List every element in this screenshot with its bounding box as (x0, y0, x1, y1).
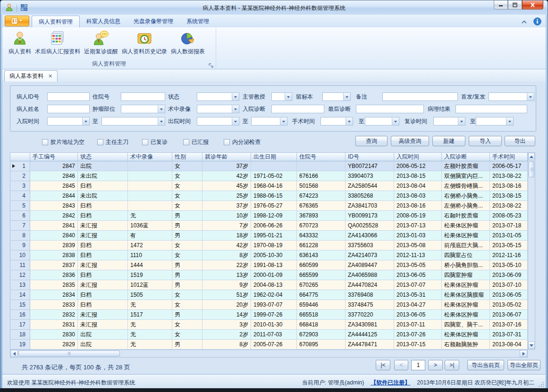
dropdown-arrow-icon[interactable] (527, 93, 534, 100)
row-number[interactable]: 5 (10, 201, 30, 211)
column-header-admission-no[interactable]: 住院号 (297, 152, 346, 161)
last-page-button[interactable]: >| (445, 360, 459, 370)
column-header-visit-age[interactable]: 就诊年龄 (202, 152, 251, 161)
ribbon-item-5[interactable]: 病人数据报表 (169, 28, 207, 57)
next-page-button[interactable]: > (428, 360, 443, 370)
close-button[interactable] (522, 0, 543, 9)
row-number[interactable]: 19 (10, 340, 30, 350)
table-row[interactable]: 172831未汇报无女3岁2010-01-30668418ZA343098120… (10, 320, 528, 330)
row-number[interactable]: 6 (10, 211, 30, 221)
table-row[interactable]: 52843归档女37岁1976-05-27676365ZA38417032013… (10, 201, 528, 211)
export-current-page-button[interactable]: 导出当前页 (467, 360, 504, 370)
checkbox-chief-surgeon[interactable]: 主任主刀 (97, 139, 128, 145)
search-field-professor[interactable] (271, 92, 292, 101)
column-header-admission-diagnosis[interactable]: 入院诊断 (442, 152, 490, 161)
tab-close-icon[interactable]: ✕ (48, 73, 52, 79)
info-icon[interactable] (533, 17, 541, 27)
app-menu-button[interactable] (5, 16, 29, 26)
search-field-revisit-date-to[interactable] (476, 117, 514, 125)
search-field-pathology-result[interactable] (455, 105, 527, 113)
scroll-down-icon[interactable] (528, 342, 535, 349)
scroll-right-icon[interactable] (520, 350, 527, 357)
maximize-button[interactable] (508, 0, 522, 9)
dropdown-arrow-icon[interactable] (280, 117, 287, 125)
row-number[interactable]: 10 (10, 250, 30, 260)
checkbox-film-address-empty[interactable]: 胶片地址为空 (42, 139, 84, 145)
row-number[interactable]: 17 (10, 320, 30, 330)
horizontal-scrollbar[interactable] (10, 350, 528, 358)
search-field-admission-date-to[interactable] (101, 117, 165, 125)
search-field-first-recurrence[interactable] (489, 92, 534, 101)
dropdown-arrow-icon[interactable] (285, 93, 292, 100)
dialog-launcher-icon[interactable] (209, 62, 214, 67)
search-field-surgery-video[interactable] (197, 105, 239, 113)
table-row[interactable]: 142834归档1505女51岁1962-02-0466477533769408… (10, 290, 528, 300)
search-field-patient-id[interactable] (47, 92, 90, 101)
table-row[interactable]: 72841未汇报1036蓝男7岁2006-06-26670723QA002552… (10, 221, 528, 231)
ribbon-item-2[interactable]: 术后病人汇报资料 (33, 28, 82, 57)
resize-grip[interactable] (539, 382, 544, 387)
checkbox-reported[interactable]: 已汇报 (183, 139, 209, 145)
horizontal-scroll-thumb[interactable] (18, 350, 120, 357)
checkbox-box[interactable] (224, 139, 230, 145)
search-field-revisit-date-from[interactable] (433, 117, 465, 125)
row-number[interactable]: 1 (10, 161, 30, 171)
table-row[interactable]: 122836归档1519男13岁2000-01-09665599ZA406598… (10, 270, 528, 280)
ribbon-item-1[interactable]: 病人资料 (7, 28, 33, 57)
row-number[interactable]: 7 (10, 221, 30, 231)
column-header-surgery-video[interactable]: 术中录像 (128, 152, 172, 161)
search-field-final-diagnosis[interactable] (356, 105, 424, 113)
table-row[interactable]: 182830出院无女2岁2011-07-03672903ZA4444125201… (10, 330, 528, 340)
table-row[interactable]: 92839归档1472女42岁1970-08-19661228337556032… (10, 241, 528, 250)
search-field-tumor-site[interactable] (121, 105, 165, 113)
tab-patient-basic-info[interactable]: 病人基本资料 ✕ (4, 70, 58, 82)
column-header-id-no[interactable]: ID号 (346, 152, 394, 161)
dropdown-arrow-icon[interactable] (343, 93, 350, 100)
row-number[interactable]: 12 (10, 270, 30, 280)
quick-access-grid-icon[interactable] (20, 4, 28, 13)
ribbon-item-3[interactable]: 近期复诊提醒 (82, 28, 120, 57)
dropdown-arrow-icon[interactable] (232, 93, 239, 100)
export-all-pages-button[interactable]: 导出全部页 (507, 360, 540, 370)
table-row[interactable]: 32845归档女45岁1968-04-16501568ZA25805442013… (10, 181, 528, 191)
ribbon-tab-4[interactable]: 系统管理 (180, 16, 216, 27)
column-header-admission-date[interactable]: 入院时间 (394, 152, 442, 161)
search-field-admission-diagnosis[interactable] (271, 105, 324, 113)
search-field-discharge-date-from[interactable] (197, 117, 239, 125)
row-number[interactable]: 16 (10, 310, 30, 320)
row-number[interactable]: 11 (10, 260, 30, 270)
row-number[interactable]: 14 (10, 290, 30, 300)
checkbox-revisited[interactable]: 已复诊 (142, 139, 168, 145)
row-number[interactable]: 8 (10, 231, 30, 241)
dropdown-arrow-icon[interactable] (506, 117, 513, 125)
prev-page-button[interactable]: < (394, 360, 408, 370)
search-field-admission-date-from[interactable] (47, 117, 90, 125)
column-header-status[interactable]: 状态 (78, 152, 128, 161)
dropdown-arrow-icon[interactable] (232, 105, 239, 113)
table-row[interactable]: 82840未汇报有男18岁1995-01-21643332ZA414306620… (10, 231, 528, 241)
table-row[interactable]: 192829出院无男8岁2005-07-26670895ZA4478471201… (10, 340, 528, 350)
collapse-ribbon-icon[interactable] (521, 18, 528, 27)
row-number[interactable]: 15 (10, 300, 30, 310)
scroll-up-icon[interactable] (528, 153, 535, 160)
row-number[interactable]: 4 (10, 191, 30, 201)
first-page-button[interactable]: |< (376, 360, 390, 370)
search-field-admission-no[interactable] (121, 92, 165, 101)
checkbox-box[interactable] (97, 139, 103, 145)
table-row[interactable]: 42844未出院女25岁1988-06-15674223338052682013… (10, 191, 528, 201)
row-number[interactable]: 13 (10, 280, 30, 290)
row-number[interactable]: 3 (10, 181, 30, 191)
dropdown-arrow-icon[interactable] (458, 117, 465, 125)
table-row[interactable]: 62842归档无男10岁1998-12-09367893YB0099173200… (10, 211, 528, 221)
registration-link[interactable]: 【软件已注册】 (371, 379, 410, 387)
table-row[interactable]: 132835未汇报1012蓝男9岁2004-08-13670265ZA44708… (10, 280, 528, 290)
dropdown-arrow-icon[interactable] (158, 117, 165, 125)
checkbox-box[interactable] (142, 139, 148, 145)
advanced-query-button[interactable]: 高级查询 (391, 136, 429, 146)
column-header-birth-date[interactable]: 出生日期 (251, 152, 297, 161)
table-row[interactable]: 12847出院女37岁YB00721472006-05-12左额叶胶质瘤2006… (10, 161, 528, 171)
search-field-specimen[interactable] (322, 92, 351, 101)
table-row[interactable]: 102838归档1110女8岁2005-10-30636143ZA4214073… (10, 250, 528, 260)
row-number[interactable]: 9 (10, 241, 30, 250)
search-field-discharge-date-to[interactable] (251, 117, 287, 125)
